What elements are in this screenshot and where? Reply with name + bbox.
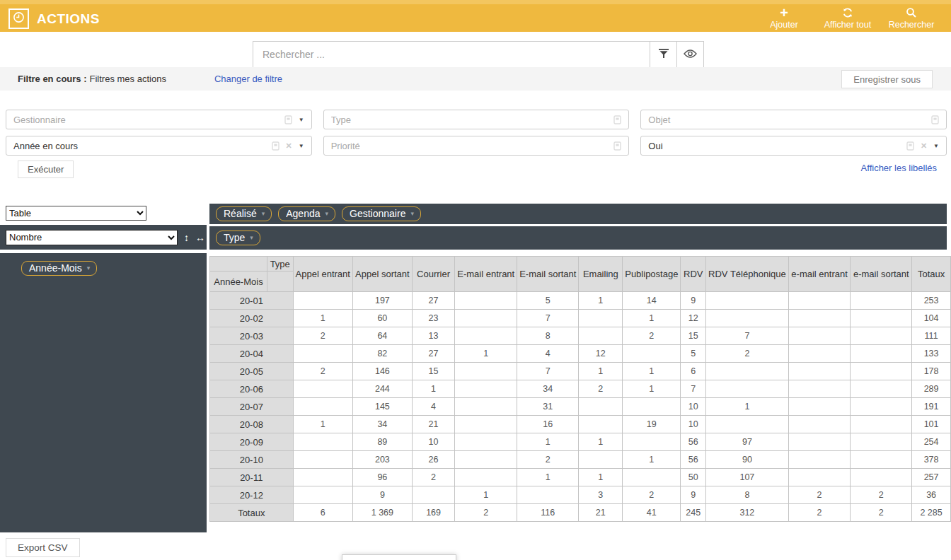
- value-cell: 2: [412, 469, 454, 486]
- filter-field-objet[interactable]: Objet: [640, 110, 947, 129]
- add-button[interactable]: + Ajouter: [752, 4, 816, 32]
- app-root: ACTIONS + Ajouter Afficher tout: [0, 0, 951, 560]
- filter-field-annee-en-cours[interactable]: Année en cours ✕ ▼: [6, 136, 312, 156]
- chevron-down-icon: ▾: [325, 210, 329, 217]
- value-cell: 254: [912, 433, 951, 451]
- measure-select[interactable]: Nombre: [6, 230, 178, 245]
- topbar: ACTIONS + Ajouter Afficher tout: [0, 0, 951, 32]
- value-cell: [293, 469, 352, 486]
- row-label: 20-01: [210, 292, 294, 310]
- horizontal-swap-icon[interactable]: ↔: [195, 232, 205, 243]
- pivot-column-pill-type[interactable]: Type▾: [216, 231, 260, 245]
- change-filter-link[interactable]: Changer de filtre: [214, 74, 282, 84]
- view-type-select[interactable]: Table: [6, 206, 146, 221]
- filter-field-type[interactable]: Type: [323, 110, 630, 129]
- value-cell: 21: [412, 416, 454, 433]
- value-cell: 27: [412, 292, 454, 310]
- row-label: 20-09: [210, 433, 294, 451]
- current-filter-label: Filtre en cours :: [18, 74, 87, 84]
- value-cell: [293, 486, 352, 504]
- value-cell: 111: [912, 327, 951, 345]
- page-title: ACTIONS: [37, 8, 100, 30]
- value-cell: [293, 380, 352, 398]
- search-topbar-button[interactable]: Rechercher: [880, 4, 943, 32]
- value-cell: 64: [352, 327, 412, 345]
- visibility-button[interactable]: [676, 42, 703, 67]
- value-cell: [455, 363, 517, 380]
- pivot-filter-pill-agenda[interactable]: Agenda▾: [278, 206, 335, 221]
- totals-row: Totaux61 36916921162141245312222 285: [210, 504, 951, 522]
- search-row: [0, 32, 951, 67]
- value-cell: 245: [681, 504, 706, 522]
- value-cell: [706, 416, 789, 433]
- value-cell: [579, 327, 623, 345]
- value-cell: 2: [623, 327, 681, 345]
- funnel-icon: [658, 48, 669, 61]
- value-cell: 257: [912, 469, 951, 486]
- show-labels-link[interactable]: Afficher les libellés: [861, 163, 937, 173]
- pill-label: Type: [224, 232, 245, 243]
- filter-field-priorite[interactable]: Priorité: [323, 136, 630, 156]
- value-cell: 6: [293, 504, 352, 522]
- filter-funnel-button[interactable]: [650, 42, 676, 67]
- value-cell: 9: [681, 486, 706, 504]
- value-cell: 36: [912, 486, 951, 504]
- show-all-button[interactable]: Afficher tout: [816, 4, 880, 32]
- row-label: 20-02: [210, 310, 294, 327]
- column-header: Publipostage: [623, 257, 681, 292]
- vertical-swap-icon[interactable]: ↕: [184, 232, 189, 243]
- clear-icon[interactable]: ✕: [921, 141, 927, 151]
- value-cell: 16: [517, 416, 579, 433]
- form-icon: [284, 115, 292, 124]
- value-cell: 9: [681, 292, 706, 310]
- search-input[interactable]: [253, 42, 650, 67]
- filter-field-text: Année en cours: [13, 141, 266, 151]
- value-cell: 1: [412, 380, 454, 398]
- value-cell: 6: [681, 363, 706, 380]
- value-cell: [788, 451, 851, 469]
- value-cell: [455, 398, 517, 416]
- value-cell: 1: [517, 433, 579, 451]
- filter-field-gestionnaire[interactable]: Gestionnaire ▼: [6, 110, 312, 129]
- value-cell: 1: [623, 310, 681, 327]
- value-cell: 15: [412, 363, 454, 380]
- value-cell: 1: [623, 451, 681, 469]
- pivot-filter-pill-gestionnaire[interactable]: Gestionnaire▾: [342, 206, 421, 221]
- value-cell: 2 285: [912, 504, 951, 522]
- save-as-button[interactable]: Enregistrer sous: [841, 70, 933, 88]
- clear-icon[interactable]: ✕: [286, 141, 292, 151]
- value-cell: [851, 433, 912, 451]
- value-cell: [788, 345, 851, 363]
- actions-module-logo: [8, 8, 29, 29]
- filter-field-oui[interactable]: Oui ✕ ▼: [640, 136, 947, 156]
- value-cell: [293, 292, 352, 310]
- pivot-row-pill-annee-mois[interactable]: Année-Mois▾: [21, 261, 97, 276]
- value-cell: 4: [412, 398, 454, 416]
- value-cell: [851, 363, 912, 380]
- value-cell: [455, 292, 517, 310]
- value-cell: 2: [293, 363, 352, 380]
- value-cell: 101: [912, 416, 951, 433]
- value-cell: 4: [517, 345, 579, 363]
- value-cell: 2: [517, 451, 579, 469]
- execute-button[interactable]: Exécuter: [18, 161, 74, 178]
- value-cell: 13: [412, 327, 454, 345]
- value-cell: 90: [706, 451, 789, 469]
- value-cell: 169: [412, 504, 454, 522]
- row-label: 20-06: [210, 380, 294, 398]
- value-cell: [455, 380, 517, 398]
- eye-icon: [684, 49, 697, 60]
- value-cell: [788, 327, 851, 345]
- value-cell: 2: [788, 504, 851, 522]
- value-cell: [851, 398, 912, 416]
- pivot-filter-pill-réalisé[interactable]: Réalisé▾: [216, 206, 272, 221]
- value-cell: [788, 310, 851, 327]
- value-cell: [788, 363, 851, 380]
- filter-field-text: Objet: [648, 115, 926, 125]
- value-cell: 31: [517, 398, 579, 416]
- value-cell: 97: [706, 433, 789, 451]
- value-cell: [851, 345, 912, 363]
- value-cell: 12: [579, 345, 623, 363]
- export-csv-button[interactable]: Export CSV: [6, 538, 80, 557]
- value-cell: 23: [412, 310, 454, 327]
